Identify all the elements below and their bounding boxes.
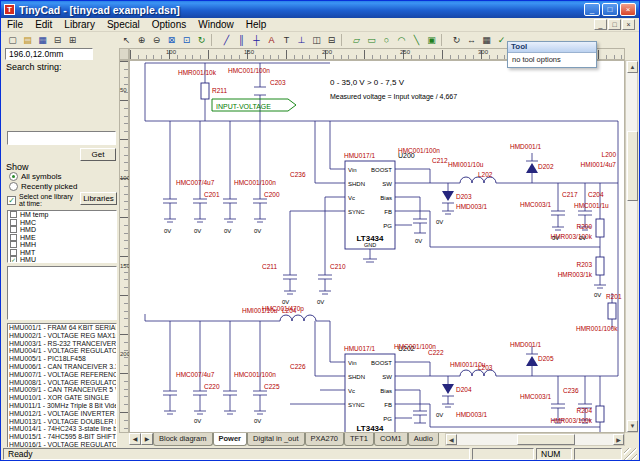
tab-digital-in-out[interactable]: Digital in _out xyxy=(247,433,304,446)
close-button[interactable]: × xyxy=(620,3,636,16)
scroll-left-icon[interactable]: ◀ xyxy=(446,434,457,445)
rotate-icon[interactable]: ↻ xyxy=(449,33,464,47)
tab-com1[interactable]: COM1 xyxy=(374,433,408,446)
bus-tool-icon[interactable]: ║ xyxy=(234,33,249,47)
mirror-icon[interactable]: ↔ xyxy=(464,33,479,47)
zoom-out-icon[interactable]: ⊖ xyxy=(149,33,164,47)
ellipse-tool-icon[interactable]: ○ xyxy=(379,33,394,47)
library-checkbox-icon[interactable]: ✓ xyxy=(10,256,17,263)
libraries-button[interactable]: Libraries xyxy=(80,192,117,205)
horizontal-scrollbar[interactable]: ◀ ▶ xyxy=(445,433,625,446)
library-item-hm-temp[interactable]: HM temp xyxy=(8,211,116,219)
menu-file[interactable]: File xyxy=(1,18,29,31)
tab-tft1[interactable]: TFT1 xyxy=(344,433,374,446)
arc-tool-icon[interactable]: ◠ xyxy=(394,33,409,47)
library-list[interactable]: HM tempHMCHMDHMEHMHHMT✓HMU xyxy=(7,210,117,263)
junction-tool-icon[interactable]: ┼ xyxy=(249,33,264,47)
scroll-down-icon[interactable]: ▼ xyxy=(627,420,638,432)
open-icon[interactable]: ▤ xyxy=(20,33,35,47)
library-checkbox-icon[interactable] xyxy=(10,249,17,256)
radio-recently-picked[interactable]: Recently picked xyxy=(9,182,77,191)
library-checkbox-icon[interactable] xyxy=(10,241,17,248)
radio-all-symbols[interactable]: All symbols xyxy=(9,172,61,181)
maximize-button[interactable]: □ xyxy=(602,3,618,16)
search-input[interactable] xyxy=(7,131,116,145)
component-list-item[interactable]: HMU006/1 - CAN TRANCEIVER 3.3V SN... xyxy=(8,363,116,371)
radio-icon[interactable] xyxy=(9,172,18,181)
component-list-item[interactable]: HMU010/1 - XOR GATE SINGLE xyxy=(8,394,116,402)
tab-pxa270[interactable]: PXA270 xyxy=(305,433,345,446)
tab-nav-right-icon[interactable]: ▶ xyxy=(141,433,153,445)
menu-library[interactable]: Library xyxy=(58,18,101,31)
menu-help[interactable]: Help xyxy=(240,18,273,31)
vertical-scrollbar[interactable]: ▲ ▼ xyxy=(625,60,638,433)
tool-popup-title[interactable]: Tool xyxy=(508,42,596,53)
symbol-tool-icon[interactable]: ◫ xyxy=(309,33,324,47)
component-list-item[interactable]: HMU001/1 - FRAM 64 KBIT SERIAL FM24... xyxy=(8,324,116,332)
save-icon[interactable]: ▦ xyxy=(35,33,50,47)
component-list-item[interactable]: HMU014/1 - 74HC243 3-state line buffer xyxy=(8,425,116,433)
scroll-right-icon[interactable]: ▶ xyxy=(613,434,624,445)
checkbox-icon[interactable]: ✓ xyxy=(7,196,16,205)
library-item-hmd[interactable]: HMD xyxy=(8,226,116,234)
scroll-up-icon[interactable]: ▲ xyxy=(627,61,638,73)
wire-tool-icon[interactable]: ╱ xyxy=(219,33,234,47)
tab-block-diagram[interactable]: Block diagram xyxy=(153,433,213,446)
component-list-item[interactable]: HMU007/1 - VOLTAGE REFERENCE 2.5V xyxy=(8,371,116,379)
component-list-item[interactable]: HMU013/1 - VOLTAGE DOUBLER MAX6... xyxy=(8,418,116,426)
block-icon[interactable]: ▦ xyxy=(479,33,494,47)
radio-icon[interactable] xyxy=(9,182,18,191)
component-list-item[interactable]: HMU009/1 - CAN TRANCEIVER 5 V xyxy=(8,386,116,394)
horizontal-scroll-thumb[interactable] xyxy=(517,434,575,445)
tab-power[interactable]: Power xyxy=(213,433,248,446)
polygon-tool-icon[interactable]: ▱ xyxy=(349,33,364,47)
new-icon[interactable]: ▢ xyxy=(5,33,20,47)
tab-nav-left-icon[interactable]: ◀ xyxy=(129,433,141,445)
menu-special[interactable]: Special xyxy=(101,18,146,31)
hierarchical-tool-icon[interactable]: ⊟ xyxy=(324,33,339,47)
component-list-item[interactable]: HMU005/1 - PIC18LF458 xyxy=(8,355,116,363)
library-item-hmt[interactable]: HMT xyxy=(8,249,116,257)
mdi-close-button[interactable]: × xyxy=(622,19,635,30)
component-list-item[interactable]: HMU004/1 - VOLTAGE REGULATOR MIC... xyxy=(8,347,116,355)
label-tool-icon[interactable]: A xyxy=(264,33,279,47)
power-tool-icon[interactable]: ⊥ xyxy=(294,33,309,47)
line-tool-icon[interactable]: ╲ xyxy=(409,33,424,47)
mdi-restore-button[interactable]: □ xyxy=(608,19,621,30)
vertical-scroll-thumb[interactable] xyxy=(627,131,638,201)
component-list[interactable]: HMU001/1 - FRAM 64 KBIT SERIAL FM24...HM… xyxy=(7,323,117,461)
zoom-in-icon[interactable]: ⊕ xyxy=(134,33,149,47)
zoom-all-icon[interactable]: ⊡ xyxy=(179,33,194,47)
component-list-item[interactable]: HMU015/1 - 74HC595 8-BIT SHIFT REG... xyxy=(8,433,116,441)
image-tool-icon[interactable]: ▣ xyxy=(424,33,439,47)
rectangle-tool-icon[interactable]: ▭ xyxy=(364,33,379,47)
library-item-hmc[interactable]: HMC xyxy=(8,219,116,227)
library-item-hmh[interactable]: HMH xyxy=(8,241,116,249)
component-list-item[interactable]: HMU012/1 - VOLTAGE INVERTER MAX8... xyxy=(8,410,116,418)
library-item-hmu[interactable]: ✓HMU xyxy=(8,256,116,263)
library-checkbox-icon[interactable] xyxy=(10,219,17,226)
library-checkbox-icon[interactable] xyxy=(10,211,17,218)
menu-window[interactable]: Window xyxy=(192,18,240,31)
menu-options[interactable]: Options xyxy=(146,18,192,31)
component-list-item[interactable]: HMU003/1 - RS-232 TRANCEIVER 3.3V xyxy=(8,340,116,348)
zoom-window-icon[interactable]: ⊠ xyxy=(164,33,179,47)
library-checkbox-icon[interactable] xyxy=(10,234,17,241)
select-tool-icon[interactable]: ↖ xyxy=(119,33,134,47)
select-one-library-checkbox[interactable]: ✓ Select one library at time: xyxy=(7,193,79,207)
component-list-item[interactable]: HMU011/1 - 30MHz Triple 8 Bit Video DA..… xyxy=(8,402,116,410)
print-icon[interactable]: ⊟ xyxy=(50,33,65,47)
component-list-item[interactable]: HMU002/1 - VOLTAGE REG MAX1616 xyxy=(8,332,116,340)
menu-edit[interactable]: Edit xyxy=(29,18,58,31)
minimize-button[interactable]: _ xyxy=(584,3,600,16)
schematic-canvas[interactable]: 0 - 35,0 V > 0 - 7,5 VMeasured voltage =… xyxy=(129,60,625,433)
text-tool-icon[interactable]: T xyxy=(279,33,294,47)
resize-grip[interactable] xyxy=(624,448,637,460)
component-list-item[interactable]: HMU008/1 - VOLTAGE REGULATOR 5V xyxy=(8,379,116,387)
print-preview-icon[interactable]: ⊞ xyxy=(65,33,80,47)
library-item-hme[interactable]: HME xyxy=(8,234,116,242)
tab-audio[interactable]: Audio xyxy=(408,433,439,446)
mdi-minimize-button[interactable]: _ xyxy=(594,19,607,30)
refresh-icon[interactable]: ↻ xyxy=(194,33,209,47)
library-checkbox-icon[interactable] xyxy=(10,226,17,233)
